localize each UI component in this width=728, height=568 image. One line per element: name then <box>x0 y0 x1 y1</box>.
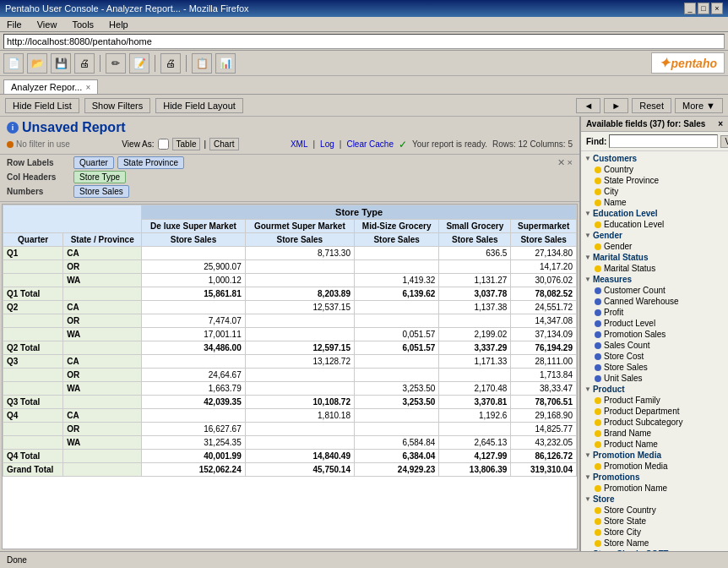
toolbar-edit1-btn[interactable]: ✏ <box>106 53 126 74</box>
xml-link[interactable]: XML <box>291 139 308 149</box>
field-group-header[interactable]: ▼ Promotions <box>581 472 728 483</box>
field-item[interactable]: Product Family <box>581 395 728 406</box>
close-btn[interactable]: × <box>711 3 723 14</box>
nav-next-btn[interactable]: ► <box>604 98 628 113</box>
table-row: Q1CA8,713.30636.527,134.80 <box>3 247 577 260</box>
col-header-pill[interactable]: Store Type <box>73 171 126 183</box>
menu-help[interactable]: Help <box>106 19 132 30</box>
field-group-header[interactable]: ▼ Marital Status <box>581 252 728 263</box>
field-item[interactable]: Store Cost <box>581 351 728 362</box>
field-item[interactable]: Store Name <box>581 538 728 549</box>
field-panel-close[interactable]: × <box>718 119 723 128</box>
log-link[interactable]: Log <box>320 139 334 149</box>
tab-close-icon[interactable]: × <box>85 83 90 92</box>
hide-field-list-btn[interactable]: Hide Field List <box>5 98 79 113</box>
table-row: OR24,64.671,713.84 <box>3 369 577 382</box>
numbers-row: Numbers Store Sales <box>7 185 573 198</box>
field-group-header[interactable]: ▼ Measures <box>581 274 728 285</box>
toolbar-misc1-btn[interactable]: 📋 <box>192 53 212 74</box>
field-item[interactable]: Product Name <box>581 439 728 450</box>
row-labels-close[interactable]: ✕ × <box>557 157 573 168</box>
cell-value: 86,126.72 <box>511 450 577 463</box>
toolbar-new-btn[interactable]: 📄 <box>3 53 24 74</box>
field-item-label: Brand Name <box>604 429 651 438</box>
menu-file[interactable]: File <box>3 19 25 30</box>
field-item[interactable]: Name <box>581 197 728 208</box>
field-item[interactable]: Store State <box>581 516 728 527</box>
cell-value <box>245 369 354 382</box>
find-input[interactable] <box>609 134 718 148</box>
field-group-header[interactable]: ▼ Education Level <box>581 208 728 219</box>
row-label-pill2[interactable]: State Province <box>117 156 184 169</box>
field-item[interactable]: City <box>581 186 728 197</box>
menu-tools[interactable]: Tools <box>68 19 97 30</box>
field-group-header[interactable]: ▼ Customers <box>581 153 728 164</box>
cell-value: 29,168.90 <box>511 409 577 423</box>
toolbar-print2-btn[interactable]: 🖨 <box>160 53 181 74</box>
window-controls[interactable]: _ □ × <box>684 3 723 14</box>
reset-btn[interactable]: Reset <box>632 98 671 113</box>
field-dot-icon <box>595 188 601 195</box>
field-item[interactable]: Store Sales <box>581 362 728 373</box>
field-item[interactable]: Promotion Name <box>581 483 728 494</box>
cell-value: 6,384.04 <box>354 450 438 463</box>
field-dot-icon <box>595 320 601 327</box>
toolbar-print-btn[interactable]: 🖨 <box>74 53 95 74</box>
hide-field-layout-btn[interactable]: Hide Field Layout <box>155 98 243 113</box>
field-group-header[interactable]: ▼ Store <box>581 494 728 505</box>
field-item[interactable]: Product Level <box>581 318 728 329</box>
cell-value <box>439 369 511 382</box>
tab-analyzer-report[interactable]: Analyzer Repor... × <box>3 79 98 94</box>
table-btn[interactable]: Table <box>172 138 201 150</box>
field-group-header[interactable]: ▼ Promotion Media <box>581 450 728 461</box>
cell-quarter <box>3 314 63 328</box>
pentaho-logo-area: ✦ pentaho <box>651 52 725 74</box>
field-item[interactable]: Country <box>581 164 728 175</box>
menu-view[interactable]: View <box>34 19 61 30</box>
toolbar-edit2-btn[interactable]: 📝 <box>129 53 149 74</box>
table-row: Q2 Total34,486.0012,597.156,051.573,337.… <box>3 341 577 355</box>
nav-prev-btn[interactable]: ◄ <box>576 98 600 113</box>
field-item[interactable]: Promotion Sales <box>581 329 728 340</box>
view-as-checkbox[interactable] <box>158 139 169 150</box>
toolbar-save-btn[interactable]: 💾 <box>51 53 71 74</box>
url-input[interactable] <box>3 34 725 49</box>
field-item[interactable]: Promotion Media <box>581 461 728 472</box>
field-group-header[interactable]: ▼ Product <box>581 384 728 395</box>
cell-value: 24,551.72 <box>511 301 577 314</box>
toolbar-open-btn[interactable]: 📂 <box>27 53 47 74</box>
field-group-header[interactable]: ▼ Store Size in SQFT <box>581 549 728 551</box>
cell-value <box>354 369 438 382</box>
field-group-header[interactable]: ▼ Gender <box>581 230 728 241</box>
cell-state <box>63 450 142 463</box>
field-item[interactable]: Sales Count <box>581 340 728 351</box>
field-item[interactable]: Store Country <box>581 505 728 516</box>
field-item[interactable]: Product Subcategory <box>581 417 728 428</box>
field-item[interactable]: Profit <box>581 307 728 318</box>
field-item[interactable]: Education Level <box>581 219 728 230</box>
toolbar-misc2-btn[interactable]: 📊 <box>215 53 236 74</box>
cell-value <box>439 314 511 328</box>
field-item[interactable]: Unit Sales <box>581 373 728 384</box>
more-btn[interactable]: More ▼ <box>675 98 723 113</box>
minimize-btn[interactable]: _ <box>684 3 696 14</box>
chart-btn[interactable]: Chart <box>209 138 238 150</box>
show-filters-btn[interactable]: Show Filters <box>84 98 151 113</box>
field-item[interactable]: State Province <box>581 175 728 186</box>
numbers-pill[interactable]: Store Sales <box>73 185 129 198</box>
cell-value: 42,039.35 <box>142 396 246 409</box>
clear-cache-link[interactable]: Clear Cache <box>346 139 394 149</box>
field-item[interactable]: Marital Status <box>581 263 728 274</box>
field-item-label: Promotion Name <box>604 483 667 493</box>
field-item[interactable]: Gender <box>581 241 728 252</box>
th-sub5: Store Sales <box>511 233 577 247</box>
find-view-btn[interactable]: View <box>720 135 728 148</box>
field-item[interactable]: Canned Warehouse <box>581 296 728 307</box>
field-item[interactable]: Customer Count <box>581 285 728 296</box>
row-label-pill1[interactable]: Quarter <box>73 156 114 169</box>
field-item[interactable]: Store City <box>581 527 728 538</box>
field-item[interactable]: Brand Name <box>581 428 728 439</box>
maximize-btn[interactable]: □ <box>698 3 709 14</box>
field-item[interactable]: Product Department <box>581 406 728 417</box>
table-row: WA31,254.356,584.842,645.1343,232.05 <box>3 436 577 450</box>
